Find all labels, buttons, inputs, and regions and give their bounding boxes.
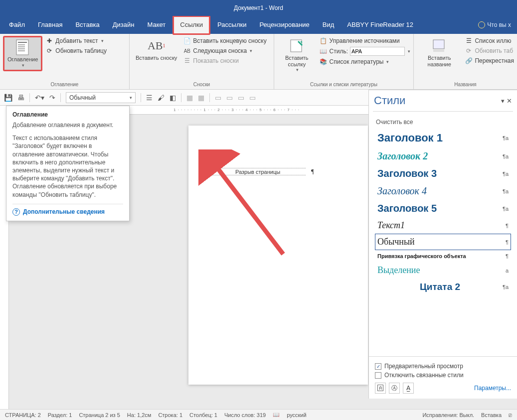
svg-rect-4 bbox=[18, 48, 25, 49]
cross-ref-button[interactable]: 🔗 Перекрестная bbox=[465, 56, 514, 66]
tab-review[interactable]: Рецензирование bbox=[253, 17, 315, 33]
manage-sources-button[interactable]: 📋 Управление источниками bbox=[320, 36, 410, 46]
paint-icon[interactable]: 🖌 bbox=[158, 94, 165, 102]
list-figures-button[interactable]: ☰ Список иллю bbox=[465, 36, 514, 46]
tab-insert[interactable]: Вставка bbox=[69, 17, 105, 33]
clear-all-button[interactable]: Очистить все bbox=[375, 116, 511, 129]
tab-home[interactable]: Главная bbox=[32, 17, 68, 33]
styles-options-link[interactable]: Параметры... bbox=[474, 385, 511, 392]
tooltip-more-link[interactable]: ? Дополнительные сведения bbox=[12, 204, 123, 216]
style-item-h4[interactable]: Заголовок 4 ¶a bbox=[375, 182, 511, 200]
toc-icon bbox=[15, 39, 31, 55]
checkbox-unchecked-icon bbox=[375, 372, 381, 379]
insert-caption-label: Вставить название bbox=[420, 55, 459, 67]
new-style-icon[interactable]: 🄰 bbox=[375, 383, 386, 394]
status-page[interactable]: СТРАНИЦА: 2 bbox=[5, 412, 41, 418]
update-captions-button[interactable]: ⟳ Обновить таб bbox=[465, 46, 514, 56]
chevron-down-icon: ▾ bbox=[386, 59, 389, 64]
endnote-icon: 📄 bbox=[183, 37, 191, 45]
style-item-quote2[interactable]: Цитата 2 ¶a bbox=[375, 279, 511, 295]
insert-endnote-button[interactable]: 📄 Вставить концевую сноску bbox=[183, 36, 266, 46]
status-column[interactable]: Столбец: 1 bbox=[189, 412, 217, 418]
tab-file[interactable]: Файл bbox=[3, 17, 31, 33]
insert-footnote-button[interactable]: AB1 Вставить сноску bbox=[133, 36, 180, 63]
status-words[interactable]: Число слов: 319 bbox=[224, 412, 266, 418]
tell-me-search[interactable]: Что вы х bbox=[475, 19, 514, 30]
manage-styles-icon[interactable]: A̲ bbox=[403, 383, 414, 394]
next-footnote-button[interactable]: AB Следующая сноска ▾ bbox=[183, 46, 266, 56]
svg-rect-8 bbox=[433, 50, 444, 52]
macro-icon[interactable]: ⎚ bbox=[509, 412, 512, 418]
status-track[interactable]: Исправления: Выкл. bbox=[422, 412, 474, 418]
cross-ref-icon: 🔗 bbox=[465, 57, 473, 65]
preview-checkbox-row[interactable]: ✓ Предварительный просмотр bbox=[375, 363, 511, 370]
close-icon[interactable]: ✕ bbox=[507, 97, 512, 105]
style-inspector-icon[interactable]: Ⓐ bbox=[389, 383, 400, 394]
add-text-button[interactable]: ✚ Добавить текст ▾ bbox=[45, 36, 107, 46]
citation-style-select[interactable] bbox=[350, 47, 405, 56]
table2-icon[interactable]: ▦ bbox=[198, 94, 204, 102]
update-table-button[interactable]: ⟳ Обновить таблицу bbox=[45, 46, 107, 56]
disable-linked-checkbox-row[interactable]: Отключить связанные стили bbox=[375, 372, 511, 379]
status-page-of[interactable]: Страница 2 из 5 bbox=[79, 412, 120, 418]
tab-abbyy[interactable]: ABBYY FineReader 12 bbox=[341, 17, 419, 33]
misc1-icon[interactable]: ▭ bbox=[215, 94, 221, 102]
toc-group-label: Оглавление bbox=[3, 81, 126, 87]
info-icon: ? bbox=[12, 208, 20, 216]
style-item-text1[interactable]: Текст1 ¶ bbox=[375, 217, 511, 234]
toc-button[interactable]: Оглавление ▾ bbox=[3, 36, 42, 71]
style-item-anchor[interactable]: Привязка графического объекта ¶ bbox=[375, 250, 511, 262]
footnote-icon: AB1 bbox=[149, 38, 165, 54]
svg-rect-3 bbox=[18, 46, 25, 47]
undo-icon[interactable]: ↶▾ bbox=[35, 94, 44, 102]
bullets-icon[interactable]: ☰ bbox=[146, 94, 153, 102]
style-item-label: Заголовок 3 bbox=[377, 168, 437, 179]
insert-citation-button[interactable]: Вставить ссылку ▾ bbox=[277, 36, 317, 75]
style-item-h3[interactable]: Заголовок 3 ¶a bbox=[375, 165, 511, 182]
lightbulb-icon bbox=[478, 21, 485, 28]
misc2-icon[interactable]: ▭ bbox=[226, 94, 233, 102]
caption-icon bbox=[431, 38, 447, 54]
style-item-h1[interactable]: Заголовок 1 ¶a bbox=[375, 129, 511, 147]
refresh-icon: ⟳ bbox=[465, 47, 473, 55]
redo-icon[interactable]: ↷ bbox=[49, 94, 55, 102]
proofing-icon[interactable]: 📖 bbox=[273, 412, 280, 418]
style-item-emphasis[interactable]: Выделение a bbox=[375, 262, 511, 279]
status-insert[interactable]: Вставка bbox=[481, 412, 502, 418]
tab-view[interactable]: Вид bbox=[317, 17, 341, 33]
print-icon[interactable]: 🖶 bbox=[17, 94, 24, 102]
chevron-down-icon[interactable]: ▾ bbox=[408, 49, 410, 54]
svg-rect-1 bbox=[18, 42, 27, 43]
eraser-icon[interactable]: ◧ bbox=[170, 94, 176, 102]
manage-sources-label: Управление источниками bbox=[330, 37, 400, 44]
misc3-icon[interactable]: ▭ bbox=[238, 94, 244, 102]
insert-citation-label: Вставить ссылку bbox=[280, 55, 314, 67]
para-mark-icon: ¶a bbox=[503, 171, 509, 177]
manage-sources-icon: 📋 bbox=[320, 37, 328, 45]
tab-design[interactable]: Дизайн bbox=[107, 17, 141, 33]
bibliography-icon: 📚 bbox=[320, 58, 328, 66]
tab-references[interactable]: Ссылки bbox=[172, 15, 210, 35]
style-item-h5[interactable]: Заголовок 5 ¶a bbox=[375, 200, 511, 217]
page[interactable]: ¶ Разрыв страницы ¶ bbox=[188, 126, 368, 385]
pilcrow-icon: ¶ bbox=[208, 154, 211, 161]
captions-group-label: Названия bbox=[417, 81, 514, 87]
status-line[interactable]: Строка: 1 bbox=[158, 412, 182, 418]
status-section[interactable]: Раздел: 1 bbox=[48, 412, 72, 418]
status-lang[interactable]: русский bbox=[287, 412, 306, 418]
show-notes-button[interactable]: ☰ Показать сноски bbox=[183, 56, 266, 66]
insert-caption-button[interactable]: Вставить название bbox=[417, 36, 462, 69]
pane-options-icon[interactable]: ▾ bbox=[501, 97, 505, 105]
style-item-normal[interactable]: Обычный ¶ bbox=[375, 234, 511, 250]
tab-mailings[interactable]: Рассылки bbox=[211, 17, 252, 33]
para-mark-icon: ¶ bbox=[506, 253, 509, 259]
style-item-h2[interactable]: Заголовок 2 ¶a bbox=[375, 147, 511, 165]
save-icon[interactable]: 💾 bbox=[4, 94, 12, 102]
style-dropdown[interactable]: Обычный ▾ bbox=[66, 92, 136, 103]
table-btn-icon[interactable]: ▦ bbox=[186, 94, 193, 102]
bibliography-button[interactable]: 📚 Список литературы ▾ bbox=[320, 57, 410, 67]
status-at[interactable]: На: 1,2см bbox=[127, 412, 152, 418]
misc4-icon[interactable]: ▭ bbox=[249, 94, 256, 102]
para-mark-icon: ¶a bbox=[503, 188, 509, 194]
tab-layout[interactable]: Макет bbox=[141, 17, 172, 33]
